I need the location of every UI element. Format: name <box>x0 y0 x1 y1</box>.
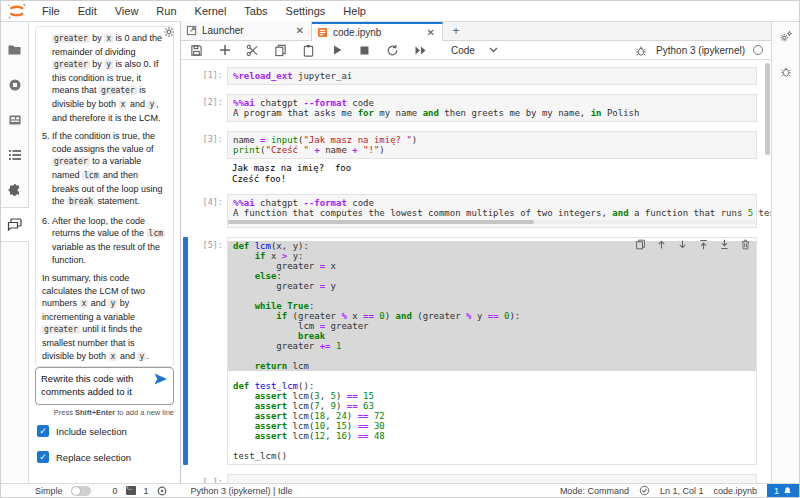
menu-edit[interactable]: Edit <box>69 1 106 21</box>
restart-kernel-icon[interactable] <box>385 43 400 58</box>
cell-editor[interactable]: %reload_ext jupyter_ai <box>227 67 757 85</box>
tab-launcher[interactable]: Launcher ✕ <box>181 21 312 40</box>
cut-cells-icon[interactable] <box>245 43 260 58</box>
tab-notebook-close-icon[interactable]: ✕ <box>425 27 437 38</box>
statusbar-filename: code.ipynb <box>713 486 757 496</box>
code-cell-selected[interactable]: [5]:def lcm(x, y): if x > y: greater = x… <box>187 237 757 465</box>
inline-code: greater <box>52 157 90 166</box>
chat-input[interactable]: Rewrite this code with comments added to… <box>35 367 174 405</box>
checkbox-1[interactable]: ✓ <box>37 451 49 463</box>
inline-code: break <box>67 197 95 206</box>
tab-launcher-close-icon[interactable]: ✕ <box>294 25 306 36</box>
code-cell[interactable]: [ ]: <box>187 474 757 483</box>
terminal-icon <box>126 486 136 495</box>
code-cell[interactable]: [4]:%%ai chatgpt --format codeA function… <box>187 194 757 228</box>
move-up-icon[interactable] <box>655 238 667 250</box>
code-line: test_lcm() <box>228 451 756 461</box>
kernel-name[interactable]: Python 3 (ipykernel) <box>656 45 745 56</box>
send-icon[interactable] <box>153 372 168 386</box>
code-line: assert lcm(7, 9) == 63 <box>228 401 756 411</box>
code-line: return lcm <box>228 361 756 371</box>
code-cell[interactable]: [2]:%%ai chatgpt --format codeA program … <box>187 94 757 122</box>
save-icon[interactable] <box>189 43 204 58</box>
paste-cells-icon[interactable] <box>301 43 316 58</box>
jupyterlab-window: FileEditViewRunKernelTabsSettingsHelp <box>0 0 800 498</box>
tab-notebook[interactable]: code.ipynb ✕ <box>312 22 443 41</box>
delete-icon[interactable] <box>739 238 751 250</box>
move-down-icon[interactable] <box>676 238 688 250</box>
status-bar: Simple 0 1 Python 3 (ipykernel) | Idle M… <box>1 483 799 497</box>
cell-prompt: [1]: <box>187 67 227 85</box>
menu-kernel[interactable]: Kernel <box>186 1 236 21</box>
table-of-contents-icon[interactable] <box>1 137 29 172</box>
chat-input-value[interactable]: Rewrite this code with comments added to… <box>41 372 150 398</box>
debugger-sidebar-icon[interactable] <box>780 65 792 78</box>
checkbox-0[interactable]: ✓ <box>37 425 49 437</box>
spellcheck-status-icon <box>639 485 650 496</box>
chat-option-row: ✓Include selection <box>37 425 174 437</box>
notification-count: 1 <box>774 486 779 496</box>
menu-file[interactable]: File <box>33 1 69 21</box>
menu-tabs[interactable]: Tabs <box>235 1 276 21</box>
chat-input-area: Rewrite this code with comments added to… <box>35 367 174 477</box>
chat-input-hint: Press Shift+Enter to add a new line <box>35 408 174 417</box>
cursor-position[interactable]: Ln 1, Col 1 <box>660 486 704 496</box>
menu-settings[interactable]: Settings <box>277 1 335 21</box>
copy-cells-icon[interactable] <box>273 43 288 58</box>
code-cell[interactable]: [3]:name = input("Jak masz na imię? ")pr… <box>187 131 757 185</box>
interrupt-kernel-icon[interactable] <box>357 43 372 58</box>
ai-paragraph: In summary, this code calculates the LCM… <box>42 272 167 363</box>
notebook-mode-indicator: Mode: Command <box>560 486 629 496</box>
ai-list-item: 5.If the condition is true, the code ass… <box>42 130 167 209</box>
menu-run[interactable]: Run <box>147 1 185 21</box>
code-cell[interactable]: [1]:%reload_ext jupyter_ai <box>187 67 757 85</box>
cell-editor[interactable] <box>227 474 757 483</box>
cell-editor[interactable]: name = input("Jak masz na imię? ")print(… <box>227 131 757 159</box>
checkbox-label[interactable]: Include selection <box>56 426 127 437</box>
new-tab-button[interactable]: + <box>443 21 469 40</box>
cell-type-dropdown[interactable]: Code <box>451 45 498 56</box>
code-line: assert lcm(10, 15) == 30 <box>228 421 756 431</box>
debugger-bug-icon[interactable] <box>633 43 648 58</box>
ai-list-item: 6.After the loop, the code returns the v… <box>42 215 167 266</box>
file-browser-icon[interactable] <box>1 32 29 67</box>
run-cell-icon[interactable] <box>329 43 344 58</box>
notifications-badge[interactable]: 1 <box>767 484 799 497</box>
output-line: Jak masz na imię? foo <box>232 163 757 174</box>
cell-prompt: [ ]: <box>187 474 227 483</box>
property-inspector-icon[interactable] <box>1 102 29 137</box>
kernel-status-text[interactable]: Python 3 (ipykernel) | Idle <box>191 486 293 496</box>
duplicate-icon[interactable] <box>634 238 646 250</box>
notebook-scrollbar[interactable] <box>765 63 770 155</box>
inline-code: y <box>108 299 117 308</box>
inline-code: x <box>119 100 128 109</box>
code-line: assert lcm(3, 5) == 15 <box>228 391 756 401</box>
code-line: greater += 1 <box>228 341 756 351</box>
restart-run-all-icon[interactable] <box>413 43 428 58</box>
checkbox-label[interactable]: Replace selection <box>56 452 131 463</box>
chat-icon[interactable] <box>1 207 29 242</box>
kernel-count[interactable]: 1 <box>144 486 149 496</box>
insert-cell-icon[interactable] <box>217 43 232 58</box>
running-kernels-icon[interactable] <box>1 67 29 102</box>
menu-view[interactable]: View <box>106 1 148 21</box>
insert-below-icon[interactable] <box>718 238 730 250</box>
cell-editor[interactable]: def lcm(x, y): if x > y: greater = x els… <box>227 237 757 465</box>
right-activity-bar <box>771 22 799 483</box>
cell-editor[interactable]: %%ai chatgpt --format codeA program that… <box>227 94 757 122</box>
extensions-icon[interactable] <box>1 172 29 207</box>
property-inspector-settings-icon[interactable] <box>779 30 793 43</box>
terminal-count[interactable]: 0 <box>113 486 118 496</box>
cell-toolbar <box>634 238 751 250</box>
simple-mode-toggle[interactable] <box>71 486 91 496</box>
code-line: %reload_ext jupyter_ai <box>228 71 756 81</box>
insert-above-icon[interactable] <box>697 238 709 250</box>
cell-editor[interactable]: %%ai chatgpt --format codeA function tha… <box>227 194 757 228</box>
code-line: greater = y <box>228 281 756 291</box>
cell-hscrollbar[interactable] <box>228 220 756 224</box>
menu-help[interactable]: Help <box>334 1 375 21</box>
code-line: %%ai chatgpt --format code <box>228 98 756 108</box>
chat-settings-gear-icon[interactable] <box>163 26 175 38</box>
tab-bar: Launcher ✕ code.ipynb ✕ + <box>181 22 771 41</box>
cell-prompt: [3]: <box>187 131 227 185</box>
